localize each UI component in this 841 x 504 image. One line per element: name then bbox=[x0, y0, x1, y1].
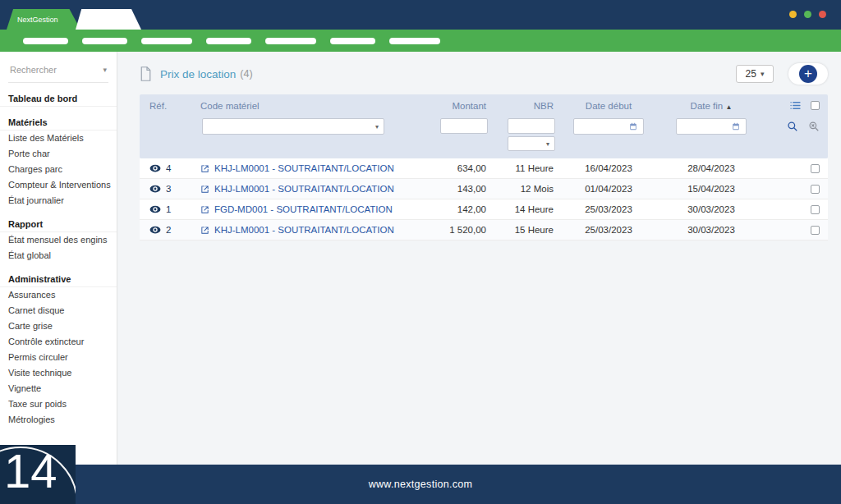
filter-code-materiel-select[interactable]: ▾ bbox=[202, 118, 384, 135]
ref-value: 1 bbox=[166, 204, 171, 214]
search-icon[interactable] bbox=[787, 121, 798, 132]
sidebar-item-vignette[interactable]: Vignette bbox=[0, 381, 117, 396]
sidebar-item-porte-char[interactable]: Porte char bbox=[0, 146, 117, 162]
window-controls bbox=[789, 11, 826, 18]
calendar-icon[interactable] bbox=[732, 122, 740, 131]
column-header-code-materiel[interactable]: Code matériel bbox=[200, 101, 396, 111]
sidebar-item-compteur-interventions[interactable]: Compteur & Interventions bbox=[0, 177, 117, 193]
nav-menu-item-placeholder[interactable] bbox=[389, 38, 440, 44]
caret-down-icon: ▾ bbox=[761, 70, 765, 78]
sidebar-section-materiels[interactable]: Matériels bbox=[0, 114, 117, 131]
external-link-icon bbox=[200, 226, 209, 235]
nav-menu-item-placeholder[interactable] bbox=[23, 38, 68, 44]
row-date-fin: 28/04/2023 bbox=[657, 163, 765, 173]
code-value: KHJ-LM0001 - SOUTRAITANT/LOCATION bbox=[214, 184, 394, 194]
filter-date-fin-input[interactable] bbox=[679, 121, 732, 131]
add-button[interactable]: + bbox=[799, 65, 817, 83]
sidebar-item-metrologies[interactable]: Métrologies bbox=[0, 412, 117, 428]
green-dot-icon[interactable] bbox=[804, 11, 811, 18]
external-link-icon bbox=[200, 185, 209, 194]
row-date-debut: 25/03/2023 bbox=[560, 204, 657, 214]
column-header-montant[interactable]: Montant bbox=[396, 101, 493, 111]
filter-row: ▾ ▾ bbox=[140, 117, 828, 158]
screenshot-number-overlay: 14 bbox=[0, 445, 76, 504]
row-view-link[interactable]: 4 bbox=[140, 163, 200, 173]
yellow-dot-icon[interactable] bbox=[789, 11, 797, 18]
row-date-fin: 30/03/2023 bbox=[657, 225, 765, 235]
filter-nbr-input[interactable] bbox=[508, 118, 555, 134]
row-code-link[interactable]: FGD-MD001 - SOUTRAITANT/LOCATION bbox=[200, 204, 396, 214]
filter-date-fin-field bbox=[676, 118, 747, 135]
sidebar-item-etat-mensuel-des-engins[interactable]: État mensuel des engins bbox=[0, 232, 117, 248]
sidebar-item-controle-extincteur[interactable]: Contrôle extincteur bbox=[0, 334, 117, 350]
column-header-ref[interactable]: Réf. bbox=[140, 101, 200, 111]
sidebar-item-permis-circuler[interactable]: Permis circuler bbox=[0, 350, 117, 365]
row-date-debut: 16/04/2023 bbox=[560, 163, 657, 173]
search-input[interactable]: Rechercher ▾ bbox=[8, 62, 108, 83]
sidebar-item-taxe-sur-poids[interactable]: Taxe sur poids bbox=[0, 396, 117, 412]
main-content: Prix de location (4) 25 ▾ + Réf. Code ma… bbox=[118, 52, 841, 465]
nav-menu-item-placeholder[interactable] bbox=[206, 38, 251, 44]
row-checkbox[interactable] bbox=[811, 226, 820, 235]
sidebar-section-tableau-de-bord[interactable]: Tableau de bord bbox=[0, 90, 117, 107]
clear-search-icon[interactable] bbox=[808, 121, 820, 132]
footer: www.nextgestion.com bbox=[0, 465, 841, 504]
table-body: 4KHJ-LM0001 - SOUTRAITANT/LOCATION634,00… bbox=[140, 158, 828, 241]
row-view-link[interactable]: 2 bbox=[140, 225, 200, 235]
row-date-fin: 30/03/2023 bbox=[657, 204, 765, 214]
row-code-link[interactable]: KHJ-LM0001 - SOUTRAITANT/LOCATION bbox=[200, 225, 396, 235]
row-montant: 143,00 bbox=[396, 184, 493, 194]
ref-value: 3 bbox=[166, 184, 171, 194]
row-code-link[interactable]: KHJ-LM0001 - SOUTRAITANT/LOCATION bbox=[200, 163, 396, 173]
add-button-container: + bbox=[788, 63, 828, 85]
sidebar-section-rapport[interactable]: Rapport bbox=[0, 216, 117, 232]
eye-icon bbox=[149, 185, 161, 193]
table-row[interactable]: 3KHJ-LM0001 - SOUTRAITANT/LOCATION143,00… bbox=[140, 179, 828, 199]
secondary-tab[interactable] bbox=[76, 9, 141, 30]
sidebar-item-etat-global[interactable]: État global bbox=[0, 248, 117, 263]
filter-montant-input[interactable] bbox=[440, 118, 488, 134]
nav-menu-item-placeholder[interactable] bbox=[141, 38, 192, 44]
table-row[interactable]: 4KHJ-LM0001 - SOUTRAITANT/LOCATION634,00… bbox=[140, 158, 828, 179]
filter-nbr-unit-select[interactable]: ▾ bbox=[508, 136, 555, 151]
table-row[interactable]: 2KHJ-LM0001 - SOUTRAITANT/LOCATION1 520,… bbox=[140, 220, 828, 241]
page-size-select[interactable]: 25 ▾ bbox=[736, 65, 774, 83]
row-date-fin: 15/04/2023 bbox=[657, 184, 765, 194]
sidebar-item-carte-grise[interactable]: Carte grise bbox=[0, 318, 117, 334]
sidebar-item-liste-des-materiels[interactable]: Liste des Matériels bbox=[0, 131, 117, 146]
page-header: Prix de location (4) 25 ▾ + bbox=[140, 62, 828, 86]
sidebar-section-administrative[interactable]: Administrative bbox=[0, 271, 117, 287]
topbar: NextGestion bbox=[0, 0, 841, 30]
calendar-icon[interactable] bbox=[629, 122, 637, 131]
list-view-icon[interactable] bbox=[790, 101, 801, 110]
column-header-date-fin[interactable]: Date fin ▲ bbox=[657, 101, 765, 111]
record-count: (4) bbox=[240, 68, 252, 80]
row-code-link[interactable]: KHJ-LM0001 - SOUTRAITANT/LOCATION bbox=[200, 184, 396, 194]
row-view-link[interactable]: 3 bbox=[140, 184, 200, 194]
eye-icon bbox=[149, 226, 161, 234]
sidebar-item-etat-journalier[interactable]: État journalier bbox=[0, 193, 117, 208]
eye-icon bbox=[149, 205, 161, 213]
sidebar-item-carnet-disque[interactable]: Carnet disque bbox=[0, 303, 117, 318]
select-all-checkbox[interactable] bbox=[811, 101, 820, 110]
column-header-date-debut[interactable]: Date début bbox=[560, 101, 657, 111]
row-view-link[interactable]: 1 bbox=[140, 204, 200, 214]
column-header-nbr[interactable]: NBR bbox=[493, 101, 560, 111]
red-dot-icon[interactable] bbox=[819, 11, 826, 18]
nav-menu-item-placeholder[interactable] bbox=[265, 38, 316, 44]
row-nbr: 12 Mois bbox=[493, 184, 560, 194]
nav-menu-item-placeholder[interactable] bbox=[82, 38, 127, 44]
brand-tab[interactable]: NextGestion bbox=[7, 9, 80, 30]
sidebar-item-assurances[interactable]: Assurances bbox=[0, 287, 117, 303]
brand-label: NextGestion bbox=[17, 16, 58, 24]
row-checkbox[interactable] bbox=[811, 205, 820, 214]
sidebar-item-charges-parc[interactable]: Charges parc bbox=[0, 162, 117, 177]
row-montant: 634,00 bbox=[396, 163, 493, 173]
table-row[interactable]: 1FGD-MD001 - SOUTRAITANT/LOCATION142,001… bbox=[140, 199, 828, 220]
filter-date-debut-input[interactable] bbox=[577, 121, 629, 131]
sidebar-item-visite-technique[interactable]: Visite technique bbox=[0, 365, 117, 381]
row-checkbox[interactable] bbox=[811, 164, 820, 173]
nav-menu-item-placeholder[interactable] bbox=[330, 38, 375, 44]
row-checkbox[interactable] bbox=[811, 185, 820, 194]
caret-down-icon: ▾ bbox=[546, 140, 549, 148]
